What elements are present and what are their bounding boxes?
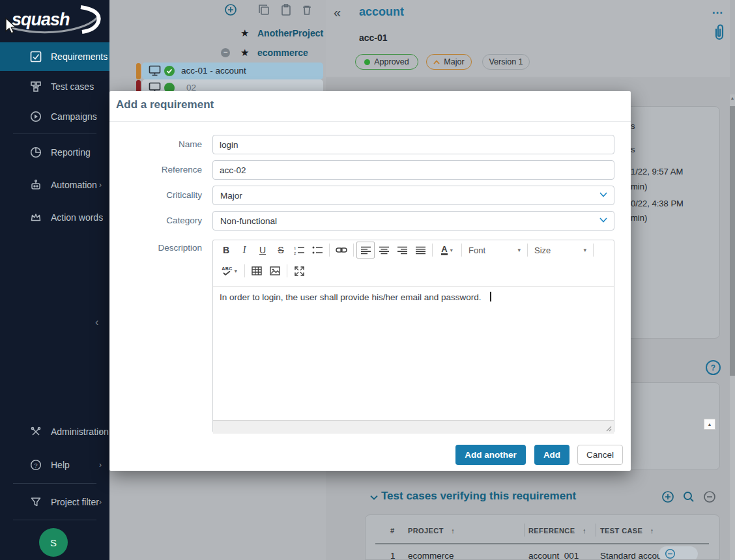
- sidebar-item-help[interactable]: ? Help ›: [0, 451, 109, 479]
- criticality-badge: Major: [426, 54, 472, 70]
- tree-node-partial[interactable]: 02: [109, 78, 326, 91]
- scroll-up-arrow[interactable]: ▲: [730, 96, 735, 100]
- section-chevron-down-icon[interactable]: [370, 495, 378, 500]
- col-header-label: REFERENCE: [528, 527, 575, 535]
- col-header-project[interactable]: PROJECT ↑: [408, 527, 455, 535]
- collapse-panel-icon[interactable]: «: [334, 5, 341, 20]
- description-text: In order to login, the user shall provid…: [220, 292, 481, 302]
- criticality-select[interactable]: Major: [212, 186, 614, 205]
- tree-project-ecommerce[interactable]: ecommerce: [257, 48, 308, 58]
- criticality-label: Criticality: [116, 190, 202, 200]
- collapse-node-minus-icon[interactable]: −: [221, 48, 230, 57]
- resize-grip-icon[interactable]: [606, 426, 612, 432]
- align-right-button[interactable]: [393, 242, 411, 259]
- attachments-paperclip-icon[interactable]: [713, 23, 726, 42]
- chevron-down-icon: [599, 217, 607, 223]
- sidebar-item-reporting[interactable]: Reporting: [0, 138, 109, 167]
- col-header-reference[interactable]: REFERENCE ↑: [528, 527, 586, 535]
- align-center-button[interactable]: [375, 242, 393, 259]
- search-test-case-icon[interactable]: [682, 490, 695, 503]
- column-separator[interactable]: [524, 524, 525, 537]
- column-separator[interactable]: [596, 524, 596, 537]
- chevron-down-icon: [599, 192, 607, 197]
- status-approved-check-icon: [164, 66, 175, 76]
- add-test-case-plus-icon[interactable]: [661, 490, 674, 503]
- scrollbar-thumb[interactable]: [730, 106, 735, 376]
- sidebar-item-label: Campaigns: [51, 111, 97, 122]
- editor-toolbar-row2: ABC ▾: [213, 261, 614, 281]
- remove-test-case-minus-icon[interactable]: [703, 490, 716, 503]
- toolbar-separator: [329, 244, 330, 257]
- category-label: Category: [116, 216, 202, 225]
- reference-input[interactable]: [212, 160, 614, 180]
- project-star-icon[interactable]: ★: [240, 27, 249, 39]
- sidebar-item-test-cases[interactable]: Test cases: [0, 72, 109, 101]
- sidebar-item-administration[interactable]: Administration ›: [0, 417, 109, 446]
- status-approved-check-icon: [164, 83, 175, 91]
- chevron-right-icon: ›: [99, 180, 102, 189]
- align-left-button[interactable]: [356, 242, 375, 259]
- font-dropdown-label: Font: [468, 245, 485, 255]
- sidebar-item-label: Automation: [51, 180, 97, 190]
- font-size-dropdown[interactable]: Size ▾: [530, 242, 590, 258]
- requirement-monitor-icon: [149, 65, 161, 76]
- collapse-toolbar-button[interactable]: ▲: [704, 419, 715, 430]
- toolbar-separator: [527, 244, 528, 257]
- strikethrough-button[interactable]: S: [272, 242, 290, 259]
- help-circle-icon[interactable]: ?: [706, 360, 721, 375]
- project-star-icon[interactable]: ★: [240, 47, 249, 59]
- name-input[interactable]: [212, 135, 614, 154]
- new-requirement-plus-icon[interactable]: [224, 3, 237, 16]
- tree-project-anotherproject[interactable]: AnotherProject: [257, 28, 323, 38]
- insert-table-button[interactable]: [248, 262, 266, 279]
- vertical-scrollbar[interactable]: ▲: [730, 94, 735, 560]
- text-color-button[interactable]: A ▾: [435, 242, 459, 259]
- add-another-button[interactable]: Add another: [455, 445, 526, 465]
- sidebar-item-automation[interactable]: Automation ›: [0, 171, 109, 199]
- version-badge-label: Version 1: [489, 57, 523, 66]
- numbered-list-button[interactable]: 12: [290, 242, 308, 259]
- copy-icon[interactable]: [257, 3, 270, 16]
- editor-content-area[interactable]: In order to login, the user shall provid…: [213, 286, 614, 421]
- category-select[interactable]: Non-functional: [212, 211, 614, 231]
- spellcheck-button[interactable]: ABC ▾: [217, 262, 242, 279]
- verifying-section-title[interactable]: Test cases verifying this requirement: [381, 490, 576, 503]
- sidebar-collapse-chevron[interactable]: ‹: [95, 316, 98, 328]
- more-menu-icon[interactable]: …: [712, 3, 724, 17]
- criticality-badge-label: Major: [444, 57, 464, 66]
- font-family-dropdown[interactable]: Font ▾: [465, 242, 525, 258]
- sidebar-item-requirements[interactable]: Requirements: [0, 42, 109, 71]
- underline-button[interactable]: U: [253, 242, 272, 259]
- rich-text-editor: B I U S 12: [212, 240, 614, 433]
- insert-image-button[interactable]: [266, 262, 284, 279]
- sort-asc-icon: ↑: [650, 527, 654, 535]
- maximize-button[interactable]: [290, 262, 308, 279]
- reporting-pie-icon: [30, 147, 42, 158]
- bulleted-list-button[interactable]: [308, 242, 326, 259]
- cell-project: ecommerce: [408, 551, 454, 560]
- link-button[interactable]: [332, 242, 351, 259]
- spellcheck-label: ABC: [222, 266, 233, 271]
- user-avatar[interactable]: S: [39, 528, 68, 557]
- col-header-label: TEST CASE: [600, 527, 642, 535]
- add-button[interactable]: Add: [534, 445, 569, 465]
- paste-icon[interactable]: [280, 3, 293, 16]
- justify-button[interactable]: [411, 242, 429, 259]
- sidebar-item-action-words[interactable]: Action words: [0, 203, 109, 232]
- italic-button[interactable]: I: [235, 242, 253, 259]
- cancel-button[interactable]: Cancel: [577, 445, 623, 465]
- sidebar-item-project-filter[interactable]: Project filter ›: [0, 488, 109, 516]
- col-header-num[interactable]: #: [390, 527, 395, 535]
- sidebar-item-label: Help: [51, 460, 70, 470]
- delete-trash-icon[interactable]: [300, 3, 313, 16]
- verifying-test-cases-table: # PROJECT ↑ REFERENCE ↑ TEST CASE ↑ 1 ec…: [365, 514, 720, 560]
- campaigns-play-icon: [30, 111, 42, 122]
- sidebar-item-campaigns[interactable]: Campaigns: [0, 102, 109, 131]
- col-header-test-case[interactable]: TEST CASE ↑: [600, 527, 654, 535]
- unbind-minus-circle-icon[interactable]: [665, 548, 676, 559]
- caret-down-icon: ▾: [517, 247, 521, 253]
- sidebar-item-label: Reporting: [51, 147, 91, 158]
- editor-status-bar: [213, 420, 614, 434]
- action-words-crown-icon: [30, 212, 42, 223]
- bold-button[interactable]: B: [217, 242, 235, 259]
